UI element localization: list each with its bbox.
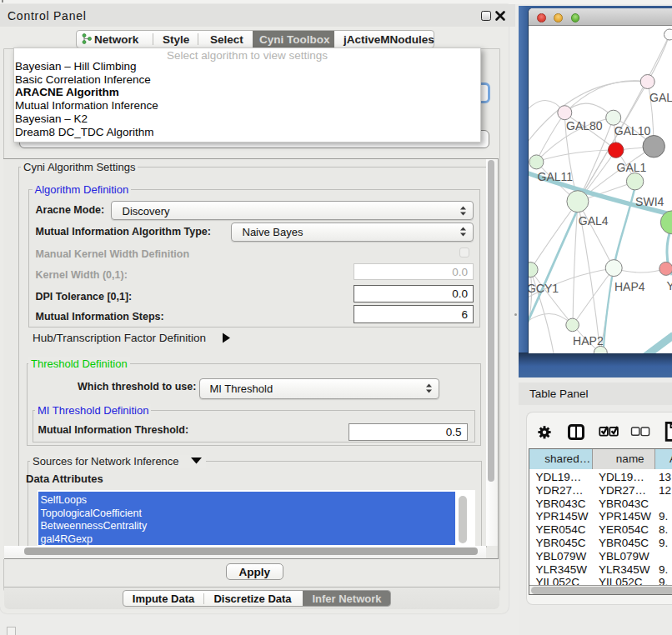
svg-text:SWI4: SWI4 [635,194,664,208]
svg-text:GAL11: GAL11 [538,169,574,182]
svg-text:GAL10: GAL10 [614,124,651,138]
svg-text:GCY1: GCY1 [529,281,559,294]
svg-text:Y: Y [667,278,672,292]
svg-text:HAP2: HAP2 [573,334,604,348]
svg-text:GAL4: GAL4 [579,214,609,228]
svg-text:GAL1: GAL1 [617,160,647,173]
svg-text:GAL7: GAL7 [649,90,672,103]
svg-text:GAL80: GAL80 [566,118,603,132]
svg-text:HAP4: HAP4 [614,280,645,293]
